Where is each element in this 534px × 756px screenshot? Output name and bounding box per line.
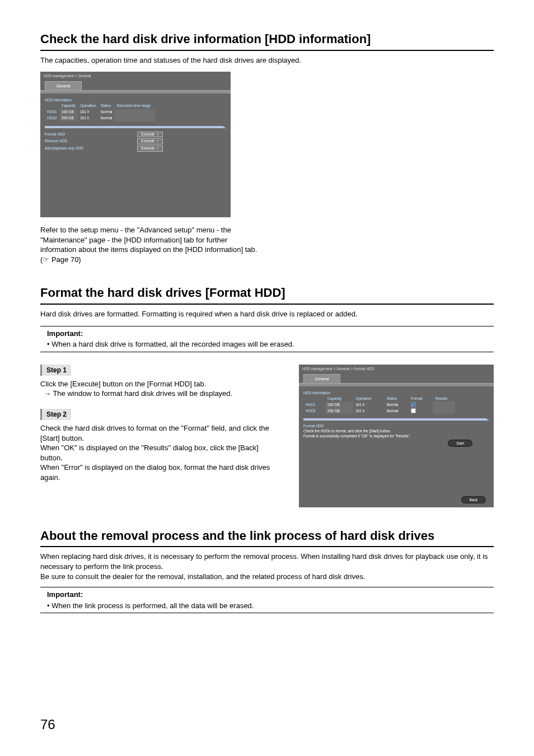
panel-title: HDD information (45, 98, 226, 103)
table-row: HDD2 250 GB 161 h Normal (303, 408, 455, 414)
section3-p2: Be sure to consult the dealer for the re… (40, 572, 494, 582)
important-label: Important: (47, 329, 493, 339)
col-capacity: Capacity (325, 396, 353, 402)
panel-title: HDD information (303, 391, 489, 396)
col-format: Format (409, 396, 433, 402)
step1-badge: Step 1 (40, 365, 71, 376)
col-capacity: Capacity (59, 103, 78, 109)
action-add-hdd: Add playback-only HDD (45, 146, 112, 151)
start-button[interactable]: Start (448, 440, 472, 447)
step1-text: Click the [Execute] button on the [Forma… (40, 379, 282, 389)
section1-intro: The capacities, operation time and statu… (40, 55, 494, 66)
step2-text-a: Check the hard disk drives to format on … (40, 423, 282, 443)
important-item: When a hard disk drive is formatted, all… (47, 339, 493, 349)
breadcrumb: HDD management > General (40, 72, 231, 81)
step2-text-b: When "OK" is displayed on the "Results" … (40, 443, 282, 463)
breadcrumb: HDD management > General > Format HDD (299, 365, 494, 374)
section2-title: Format the hard disk drives [Format HDD] (40, 284, 494, 305)
col-status: Status (384, 396, 409, 402)
format-hint1: Check the HDDs to format, and click the … (303, 429, 489, 434)
format-hint2: Format is successfully completed if "OK"… (303, 434, 489, 439)
important-label: Important: (47, 590, 493, 600)
tab-general[interactable]: General (45, 81, 82, 90)
col-range: Recorded time range (115, 103, 156, 109)
important-item: When the link process is performed, all … (47, 601, 493, 611)
section3-p1: When replacing hard disk drives, it is n… (40, 552, 494, 571)
action-remove-hdd: Remove HDD (45, 139, 112, 144)
section1-reference: Refer to the setup menu - the "Advanced … (40, 225, 259, 264)
table-row: HDD2 250 GB 161 h Normal (45, 115, 155, 122)
format-section-title: Format HDD (303, 424, 489, 429)
col-operation: Operation (78, 103, 99, 109)
back-button[interactable]: Back (461, 496, 486, 503)
hdd-table: Capacity Operation Status Recorded time … (45, 103, 155, 121)
col-results: Results (433, 396, 455, 402)
table-row: HDD1 160 GB 161 h Normal (303, 402, 455, 408)
section3-title: About the removal process and the link p… (40, 528, 494, 548)
section1-title: Check the hard disk drive information [H… (40, 31, 494, 51)
table-row: HDD1 160 GB 161 h Normal (45, 109, 155, 115)
format-checkbox[interactable] (411, 408, 416, 413)
execute-button[interactable]: Execute (137, 132, 162, 138)
page-number: 76 (40, 716, 55, 734)
step1-result: → The window to format hard disk drives … (44, 389, 282, 399)
step2-text-c: When "Error" is displayed on the dialog … (40, 463, 282, 482)
important-note: Important: When a hard disk drive is for… (40, 326, 494, 352)
step2-badge: Step 2 (40, 409, 71, 420)
action-format-hdd: Format HDD (45, 132, 112, 137)
execute-button[interactable]: Execute (137, 146, 162, 152)
screenshot-hdd-info: HDD management > General General HDD inf… (40, 72, 231, 217)
col-status: Status (99, 103, 115, 109)
execute-button[interactable]: Execute (137, 138, 162, 144)
hdd-format-table: Capacity Operation Status Format Results… (303, 396, 455, 414)
important-note-2: Important: When the link process is perf… (40, 587, 494, 613)
col-operation: Operation (353, 396, 384, 402)
tab-general[interactable]: General (303, 374, 340, 383)
screenshot-format-hdd: HDD management > General > Format HDD Ge… (299, 365, 494, 507)
section2-intro: Hard disk drives are formatted. Formatti… (40, 309, 494, 319)
format-checkbox[interactable] (411, 402, 416, 407)
